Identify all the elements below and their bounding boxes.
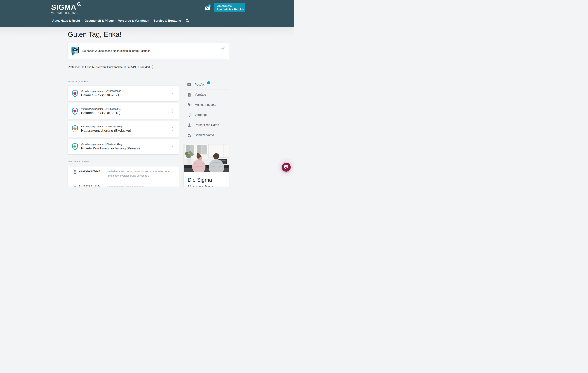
sidebar-item-label: Benutzerkonto [195, 133, 214, 137]
search-icon[interactable] [186, 19, 189, 23]
sidebar-item-vertraege[interactable]: Verträge [184, 90, 229, 100]
user-name: Erika Musterfrau [217, 5, 245, 7]
brand-subtitle: VERSICHERUNG [51, 11, 81, 15]
process-icon [187, 113, 191, 117]
personal-area-button[interactable]: Erika Musterfrau Persönlicher Bereich [214, 3, 245, 12]
sidebar-item-label: Persönliche Daten [195, 123, 219, 127]
action-date: 10.09.2020, 09:23 [79, 169, 104, 172]
notification-text: Sie haben 2 ungelesene Nachrichten in ih… [82, 49, 151, 53]
nav-item-service-beratung[interactable]: Service & Beratung [154, 19, 181, 22]
kebab-icon [152, 65, 153, 69]
promo-card-hausratversicherung[interactable]: Die Sigma Hausratver- [184, 144, 229, 187]
contract-menu-button[interactable] [172, 144, 174, 149]
sidebar-item-vorgaenge[interactable]: Vorgänge [184, 110, 229, 120]
contract-card[interactable]: Versicherungsnummer LV-1000000012 Balanc… [68, 103, 179, 119]
chat-fab-button[interactable] [282, 163, 291, 172]
sidebar-item-label: Vorgänge [195, 113, 208, 117]
user-address: Professor Dr. Erika Musterfrau, Prinzena… [68, 65, 150, 69]
person-icon [74, 185, 77, 187]
shield-heart-icon [72, 107, 78, 115]
recent-actions-card: 10.09.2020, 09:23 Sie haben Ihren Antrag… [68, 167, 179, 187]
sidebar-item-label: Postfach [195, 83, 206, 86]
nav-item-gesundheit-pflege[interactable]: Gesundheit & Pflege [84, 19, 114, 22]
contract-number: Versicherungsnummer LV-1000000005 [81, 90, 121, 93]
promo-photo-kitchen-children [184, 144, 229, 172]
person-icon [187, 123, 191, 127]
contract-title: Balance Flex (VRK-2021) [81, 93, 121, 97]
sidebar-item-persoenliche-daten[interactable]: Persönliche Daten [184, 120, 229, 130]
action-date: 01.09.2020, 11:55 [79, 184, 104, 187]
promo-title-line2: Hausratver- [188, 183, 225, 187]
contract-card[interactable]: Versicherungsnummer PC001-mockling Hausr… [68, 121, 179, 137]
contract-title: Hausratversicherung (Exclusive) [81, 128, 131, 133]
contract-title: Balance Flex (VRK-2018) [81, 111, 121, 115]
contract-card[interactable]: Versicherungsnummer HE001-mockling Priva… [68, 139, 179, 154]
contract-card[interactable]: Versicherungsnummer LV-1000000005 Balanc… [68, 85, 179, 101]
sidebar-item-benutzerkonto[interactable]: Benutzerkonto [184, 130, 229, 140]
kebab-icon [172, 144, 173, 149]
contracts-section-label: MEINE VERTRÄGE [68, 80, 88, 83]
shield-heart-icon [72, 90, 78, 97]
kebab-icon [172, 127, 173, 131]
shield-home-icon [72, 125, 78, 133]
brand-circle-icon [77, 2, 81, 7]
contract-title: Private Krankenversicherung (Private) [81, 146, 140, 150]
contract-menu-button[interactable] [172, 91, 174, 96]
document-icon [187, 93, 191, 97]
check-icon [221, 46, 225, 50]
robot-chat-icon [71, 46, 79, 55]
sidebar-item-label: Verträge [195, 93, 206, 96]
chat-icon [284, 165, 289, 170]
contract-number: Versicherungsnummer PC001-mockling [81, 125, 131, 128]
action-text: Sie haben Ihre Adresse geändert. [107, 184, 175, 187]
document-icon [74, 170, 77, 174]
kebab-icon [172, 91, 173, 96]
action-row[interactable]: 10.09.2020, 09:23 Sie haben Ihren Antrag… [68, 167, 179, 181]
mail-icon [187, 83, 191, 86]
nav-item-auto-haus-recht[interactable]: Auto, Haus & Recht [52, 19, 80, 22]
site-header: SIGMA VERSICHERUNG Auto, Haus & Recht Ge… [0, 0, 294, 27]
main-nav: Auto, Haus & Recht Gesundheit & Pflege V… [52, 19, 189, 23]
shield-plus-icon [72, 143, 78, 150]
promo-title-line1: Die Sigma [188, 176, 225, 183]
account-sidebar: Postfach 2 Verträge Meine Angebote [184, 80, 229, 140]
actions-section-label: LETZTE AKTIONEN [68, 160, 89, 163]
address-menu-button[interactable] [152, 65, 154, 69]
kebab-icon [172, 109, 173, 113]
contract-menu-button[interactable] [172, 109, 174, 113]
promo-title: Die Sigma Hausratver- [184, 172, 229, 187]
mail-unread-badge: 2 [208, 4, 211, 7]
page-title: Guten Tag, Erika! [68, 31, 121, 38]
address-row: Professor Dr. Erika Musterfrau, Prinzena… [68, 65, 154, 69]
mark-read-button[interactable] [221, 46, 225, 50]
contract-number: Versicherungsnummer HE001-mockling [81, 143, 140, 146]
sidebar-item-label: Meine Angebote [195, 103, 216, 107]
action-row[interactable]: 01.09.2020, 11:55 Sie haben Ihre Adresse… [68, 181, 179, 187]
tag-icon [187, 103, 191, 107]
notification-card: Sie haben 2 ungelesene Nachrichten in ih… [68, 43, 229, 59]
personal-area-label: Persönlicher Bereich [217, 8, 245, 11]
contract-number: Versicherungsnummer LV-1000000012 [81, 107, 121, 110]
header-mailbox-button[interactable]: 2 [205, 6, 210, 11]
action-text: Sie haben Ihren Antrag LV200000612123 fü… [107, 169, 175, 178]
page: SIGMA VERSICHERUNG Auto, Haus & Recht Ge… [0, 0, 294, 187]
brand-title: SIGMA [51, 3, 76, 11]
postfach-unread-badge: 2 [207, 81, 210, 85]
sidebar-item-postfach[interactable]: Postfach 2 [184, 80, 229, 90]
user-lock-icon [187, 133, 191, 137]
contract-menu-button[interactable] [172, 127, 174, 131]
header-shadow [0, 27, 294, 36]
nav-item-vorsorge-vermoegen[interactable]: Vorsorge & Vermögen [118, 19, 149, 22]
sidebar-item-meine-angebote[interactable]: Meine Angebote [184, 100, 229, 110]
brand-logo[interactable]: SIGMA VERSICHERUNG [51, 3, 81, 15]
